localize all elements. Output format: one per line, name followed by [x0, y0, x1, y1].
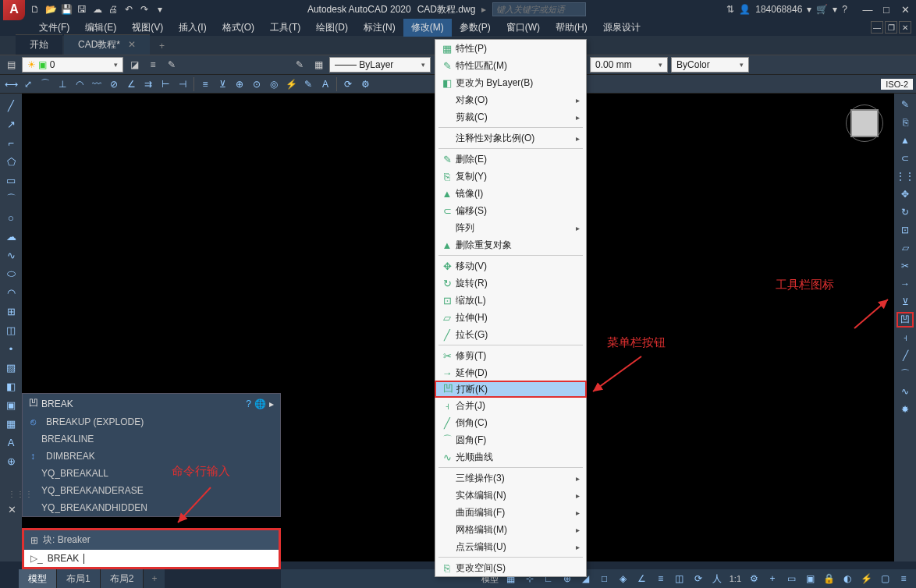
region-icon[interactable]: ▣ — [2, 396, 20, 413]
menu-item[interactable]: ↻旋转(R) — [435, 275, 586, 292]
menu-item[interactable]: ⊂偏移(S) — [435, 202, 586, 219]
blend-icon[interactable]: ∿ — [896, 384, 914, 399]
spline-icon[interactable]: ∿ — [2, 246, 20, 264]
menu-item[interactable]: 阵列▸ — [435, 219, 586, 236]
move-icon[interactable]: ✥ — [896, 186, 914, 202]
polyline-icon[interactable]: ⌐ — [2, 134, 20, 151]
menu-tools[interactable]: 工具(T) — [262, 19, 308, 37]
menu-item[interactable]: ▦特性(P) — [435, 40, 586, 57]
layout-tab-2[interactable]: 布局2 — [101, 569, 144, 589]
dim-linear-icon[interactable]: ⟷ — [3, 76, 19, 92]
menu-item[interactable]: 对象(O)▸ — [435, 91, 586, 108]
menu-item[interactable]: 三维操作(3)▸ — [435, 469, 586, 487]
share-icon[interactable]: ⇅ — [726, 4, 734, 15]
mirror-icon[interactable]: ▲ — [896, 133, 914, 148]
viewcube[interactable] — [841, 100, 888, 147]
dim-ordinate-icon[interactable]: ⊥ — [55, 76, 70, 92]
menu-item[interactable]: ✥移动(V) — [435, 257, 586, 275]
mtext-icon[interactable]: A — [2, 434, 20, 451]
dim-tedit-icon[interactable]: A — [318, 76, 333, 92]
menu-item[interactable]: 凹打断(K) — [435, 381, 587, 398]
menu-item[interactable]: 剪裁(C)▸ — [435, 108, 586, 126]
dim-aligned-icon[interactable]: ⤢ — [20, 76, 36, 92]
undo-icon[interactable]: ↶ — [122, 2, 136, 16]
menu-modify[interactable]: 修改(M) — [403, 19, 452, 37]
menu-item[interactable]: ⎘复制(Y) — [435, 168, 586, 185]
panel-close-icon[interactable]: ✕ — [8, 504, 16, 515]
menu-item[interactable]: ◧更改为 ByLayer(B) — [435, 74, 586, 91]
array-icon[interactable]: ⋮⋮ — [896, 168, 914, 184]
hatch-icon[interactable]: ▨ — [2, 359, 20, 376]
dim-arc-icon[interactable]: ⌒ — [37, 76, 53, 92]
lock-ui-icon[interactable]: 🔒 — [821, 571, 836, 586]
help-search-input[interactable] — [492, 2, 586, 16]
isolate-icon[interactable]: ◐ — [840, 571, 855, 586]
table-icon[interactable]: ▦ — [2, 415, 20, 432]
suggest-head[interactable]: BREAK — [41, 398, 73, 409]
doc-close-button[interactable]: ✕ — [899, 21, 911, 34]
prop-match-icon[interactable]: ✎ — [292, 57, 307, 73]
menu-item[interactable]: ✎特性匹配(M) — [435, 57, 586, 74]
gradient-icon[interactable]: ◧ — [2, 377, 20, 395]
panel-handle[interactable]: ⋮⋮⋮ — [8, 490, 34, 498]
suggest-item[interactable]: ⎋BREAKUP (EXPLODE) — [23, 413, 280, 430]
menu-draw[interactable]: 绘图(D) — [308, 19, 356, 37]
menu-item[interactable]: 注释性对象比例(O)▸ — [435, 129, 586, 147]
command-block-title[interactable]: ⊞ 块: Breaker — [24, 530, 279, 550]
menu-yq[interactable]: 源泉设计 — [595, 19, 648, 37]
cart-icon[interactable]: 🛒 — [816, 4, 828, 15]
lineweight-dropdown[interactable]: 0.00 mm▾ — [590, 57, 668, 73]
dim-angular-icon[interactable]: ∠ — [123, 76, 139, 92]
erase-icon[interactable]: ✎ — [896, 97, 914, 112]
dim-break-icon[interactable]: ⊻ — [215, 76, 230, 92]
make-block-icon[interactable]: ◫ — [2, 321, 20, 338]
rotate-icon[interactable]: ↻ — [896, 204, 914, 220]
ellipse-arc-icon[interactable]: ◠ — [2, 284, 20, 301]
offset-icon[interactable]: ⊂ — [896, 151, 914, 166]
dim-space-icon[interactable]: ≡ — [197, 76, 213, 92]
menu-window[interactable]: 窗口(W) — [499, 19, 548, 37]
suggest-help-icon[interactable]: ? — [246, 398, 251, 409]
prop-color-icon[interactable]: ▦ — [311, 57, 326, 73]
help-icon[interactable]: ? — [842, 4, 847, 15]
chamfer-icon[interactable]: ╱ — [896, 348, 914, 363]
dim-update-icon[interactable]: ⟳ — [340, 76, 356, 92]
menu-param[interactable]: 参数(P) — [452, 19, 499, 37]
tab-start[interactable]: 开始 — [16, 34, 62, 55]
annotation-icon[interactable]: 人 — [709, 571, 725, 586]
menu-item[interactable]: 实体编辑(N)▸ — [435, 487, 586, 504]
qat-more-icon[interactable]: ▾ — [153, 2, 167, 16]
transparency-icon[interactable]: ◫ — [672, 571, 687, 586]
web-icon[interactable]: ☁ — [91, 2, 105, 16]
break-icon[interactable]: 凹 — [896, 312, 914, 328]
units-icon[interactable]: ▭ — [783, 571, 799, 586]
dim-style-icon[interactable]: ⚙ — [357, 76, 373, 92]
menu-item[interactable]: ⫞合并(J) — [435, 397, 586, 414]
menu-item[interactable]: 网格编辑(M)▸ — [435, 521, 586, 538]
menu-insert[interactable]: 插入(I) — [171, 19, 214, 37]
redo-icon[interactable]: ↷ — [137, 2, 151, 16]
scale-icon[interactable]: ⊡ — [896, 222, 914, 238]
trim-icon[interactable]: ✂ — [896, 258, 914, 274]
suggest-globe-icon[interactable]: 🌐 — [254, 398, 266, 409]
dim-jogged-icon[interactable]: 〰 — [89, 76, 105, 92]
tolerance-icon[interactable]: ⊕ — [232, 76, 247, 92]
menu-item[interactable]: ∿光顺曲线 — [435, 448, 586, 466]
lwt-icon[interactable]: ≡ — [653, 571, 669, 586]
center-mark-icon[interactable]: ⊙ — [249, 76, 265, 92]
polygon-icon[interactable]: ⬠ — [2, 153, 20, 170]
stretch-icon[interactable]: ▱ — [896, 240, 914, 256]
3dosnap-icon[interactable]: ◈ — [616, 571, 631, 586]
clean-screen-icon[interactable]: ▢ — [877, 571, 893, 586]
suggest-item[interactable]: YQ_BREAKALL — [23, 465, 280, 482]
layer-state-icon[interactable]: ≡ — [145, 57, 161, 73]
inspect-icon[interactable]: ◎ — [266, 76, 282, 92]
fillet-icon[interactable]: ⌒ — [896, 366, 914, 381]
menu-item[interactable]: 点云编辑(U)▸ — [435, 538, 586, 555]
layer-prev-icon[interactable]: ◪ — [126, 57, 142, 73]
dim-quick-icon[interactable]: ⇉ — [140, 76, 156, 92]
user-name[interactable]: 184068846 — [755, 4, 802, 15]
hw-accel-icon[interactable]: ⚡ — [858, 571, 874, 586]
saveas-icon[interactable]: 🖫 — [75, 2, 89, 16]
break-at-point-icon[interactable]: ⊻ — [896, 294, 914, 310]
